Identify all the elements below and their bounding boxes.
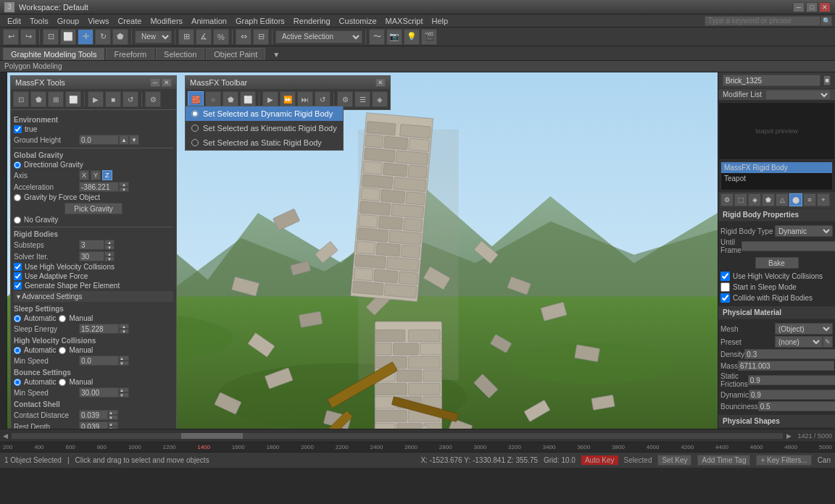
nav-icon-4[interactable]: ⬟ — [762, 193, 775, 206]
render-btn[interactable]: 🎬 — [421, 29, 437, 45]
scale-btn[interactable]: ⬟ — [112, 29, 128, 45]
massfx-toolbar-title-bar[interactable]: MassFX Toolbar ✕ — [186, 76, 390, 89]
until-frame-input[interactable] — [741, 241, 835, 251]
mfx-explorer-btn[interactable]: ☰ — [354, 91, 370, 107]
undo-btn[interactable]: ↩ — [3, 29, 19, 45]
viewport[interactable]: Perspective X Y Z MassFX Tools ─ ✕ — [7, 72, 718, 429]
tab-object-paint[interactable]: Object Paint — [206, 48, 265, 60]
mfx-play-until-btn[interactable]: ⏩ — [280, 91, 296, 107]
acceleration-input[interactable] — [79, 182, 119, 192]
scroll-left-btn[interactable]: ◀ — [3, 432, 8, 440]
directional-gravity-radio[interactable] — [14, 161, 21, 169]
menu-group[interactable]: Group — [53, 16, 84, 26]
sleep-energy-input[interactable] — [79, 324, 119, 334]
ground-height-up[interactable]: ▲ — [119, 135, 129, 145]
tab-graphite-modeling[interactable]: Graphite Modeling Tools — [3, 48, 104, 60]
light-btn[interactable]: 💡 — [404, 29, 420, 45]
minimize-button[interactable]: ─ — [793, 2, 805, 12]
solver-down[interactable]: ▼ — [104, 256, 115, 261]
mfx-rigid-body-btn[interactable]: 🧱 — [188, 91, 204, 107]
menu-tools[interactable]: Tools — [25, 16, 53, 26]
preset-select[interactable]: (none) — [775, 336, 823, 348]
massfx-tools-title[interactable]: MassFX Tools ─ ✕ — [11, 76, 176, 89]
axis-y-btn[interactable]: Y — [91, 170, 101, 180]
curve-btn[interactable]: 〜 — [369, 29, 385, 45]
nav-icon-3[interactable]: ◈ — [748, 193, 761, 206]
mfx-settings-btn[interactable]: ⚙ — [337, 91, 353, 107]
contact-dist-input[interactable] — [79, 410, 108, 420]
collide-rb-cb[interactable] — [720, 293, 730, 303]
dropdown-item-dynamic[interactable]: Set Selected as Dynamic Rigid Body — [186, 106, 343, 121]
sleep-up[interactable]: ▲ — [119, 324, 129, 329]
panel-btn-8[interactable]: ⚙ — [145, 91, 161, 107]
nav-icon-1[interactable]: ⚙ — [720, 193, 734, 206]
menu-customize[interactable]: Customize — [335, 16, 381, 26]
adaptive-force-cb[interactable] — [14, 272, 22, 280]
panel-btn-3[interactable]: ⊞ — [48, 91, 64, 107]
mfx-play-btn[interactable]: ▶ — [262, 91, 278, 107]
menu-animation[interactable]: Animation — [187, 16, 231, 26]
redo-btn[interactable]: ↪ — [20, 29, 36, 45]
dropdown-item-static[interactable]: Set Selected as Static Rigid Body — [186, 135, 343, 150]
nav-icon-7[interactable]: ≡ — [803, 193, 816, 206]
mfx-kinematic-btn[interactable]: ⬟ — [223, 91, 238, 107]
mesh-select[interactable]: (Object) — [775, 323, 833, 335]
percent-snap-btn[interactable]: % — [213, 29, 229, 45]
mfx-static-btn[interactable]: ⬜ — [240, 91, 256, 107]
nav-icon-6[interactable]: ⬤ — [789, 193, 802, 206]
object-name-input[interactable] — [723, 75, 821, 86]
mirror-btn[interactable]: ⇔ — [236, 29, 252, 45]
sleep-manual-radio[interactable] — [59, 315, 66, 322]
menu-views[interactable]: Views — [83, 16, 113, 26]
panel-btn-6[interactable]: ■ — [105, 91, 121, 107]
cd-up[interactable]: ▲ — [108, 410, 118, 415]
sleep-down[interactable]: ▼ — [119, 329, 129, 334]
close-button[interactable]: ✕ — [819, 2, 831, 12]
auto-key-btn[interactable]: Auto Key — [581, 455, 618, 465]
align-btn[interactable]: ⊟ — [253, 29, 269, 45]
camera-btn[interactable]: 📷 — [386, 29, 402, 45]
density-input[interactable] — [744, 349, 835, 359]
no-gravity-radio[interactable] — [14, 217, 21, 224]
panel-btn-1[interactable]: ⊡ — [13, 91, 29, 107]
add-time-tag-btn[interactable]: Add Time Tag — [697, 455, 750, 466]
mfx-reset-btn[interactable]: ↺ — [315, 91, 331, 107]
accel-up[interactable]: ▲ — [119, 182, 129, 187]
rb-type-select[interactable]: DynamicKinematicStatic — [775, 225, 833, 237]
select-region-btn[interactable]: ⬜ — [60, 29, 76, 45]
snap-btn[interactable]: ⊞ — [178, 29, 194, 45]
bounciness-input[interactable] — [758, 401, 835, 411]
maximize-button[interactable]: □ — [806, 2, 818, 12]
set-key-btn[interactable]: Set Key — [657, 455, 691, 466]
bounce-speed-up[interactable]: ▲ — [119, 387, 129, 392]
panel-btn-5[interactable]: ▶ — [88, 91, 104, 107]
substeps-input[interactable] — [79, 240, 104, 250]
ground-height-down[interactable]: ▼ — [129, 135, 139, 145]
layer-select[interactable]: Active Selection — [275, 30, 362, 43]
rotate-btn[interactable]: ↻ — [95, 29, 111, 45]
bounce-speed-down[interactable]: ▼ — [119, 392, 129, 398]
modifier-massfx[interactable]: MassFX Rigid Body — [721, 162, 832, 173]
mfx-world-btn[interactable]: ◈ — [372, 91, 388, 107]
axis-z-btn[interactable]: Z — [102, 170, 112, 180]
menu-create[interactable]: Create — [113, 16, 146, 26]
h-scroll-thumb[interactable] — [181, 433, 243, 439]
static-friction-input[interactable] — [748, 375, 835, 385]
move-btn[interactable]: ✛ — [78, 29, 94, 45]
mfx-sphere-btn[interactable]: ○ — [205, 91, 221, 107]
menu-maxscript[interactable]: MAXScript — [381, 16, 428, 26]
high-velocity-cb[interactable] — [14, 263, 22, 271]
modifier-teapot[interactable]: Teapot — [721, 173, 832, 184]
rd-down[interactable]: ▼ — [108, 427, 118, 429]
bake-btn[interactable]: Bake — [755, 257, 799, 269]
massfx-tools-minimize[interactable]: ─ — [150, 78, 160, 87]
use-hv-cb[interactable] — [720, 272, 730, 281]
h-scroll-track[interactable] — [11, 432, 784, 440]
pick-gravity-btn[interactable]: Pick Gravity — [65, 203, 122, 214]
preset-edit-btn[interactable]: ✎ — [823, 336, 833, 348]
panel-btn-2[interactable]: ⬟ — [30, 91, 46, 107]
hv-speed-up[interactable]: ▲ — [119, 356, 129, 361]
menu-rendering[interactable]: Rendering — [289, 16, 335, 26]
rd-up[interactable]: ▲ — [108, 421, 118, 427]
dynamic-input[interactable] — [749, 390, 835, 400]
